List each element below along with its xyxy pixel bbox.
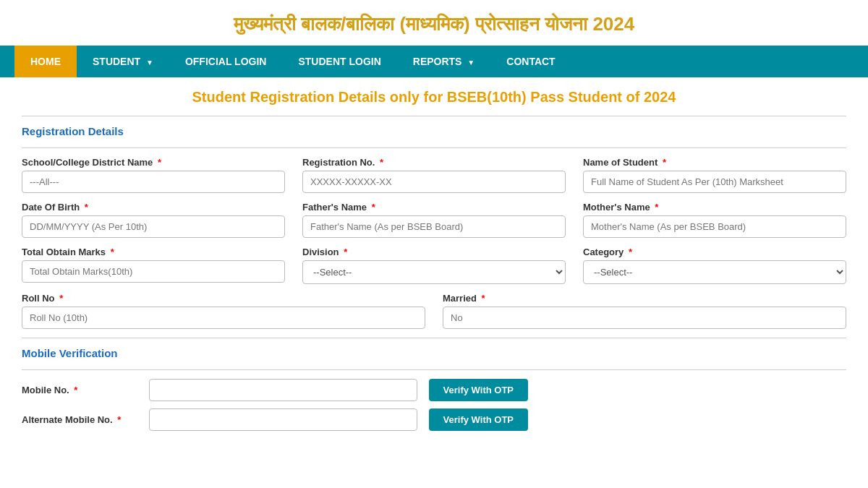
registration-no-group: Registration No. *	[302, 157, 566, 193]
division-group: Division * --Select--	[302, 247, 566, 284]
school-district-label: School/College District Name *	[22, 157, 285, 168]
mobile-no-label: Mobile No. *	[22, 385, 137, 395]
chevron-down-icon: ▼	[467, 59, 475, 67]
name-of-student-input[interactable]	[583, 171, 846, 193]
form-row-4: Roll No * Married *	[22, 293, 846, 329]
chevron-down-icon: ▼	[146, 59, 153, 67]
divider2	[22, 147, 846, 148]
fathers-name-group: Father's Name *	[302, 202, 566, 238]
married-input[interactable]	[443, 307, 846, 329]
form-row-1: School/College District Name * Registrat…	[22, 157, 846, 193]
required-star: *	[85, 202, 88, 213]
dob-input[interactable]	[22, 215, 285, 238]
mobile-no-row: Mobile No. * Verify With OTP	[22, 379, 528, 401]
roll-no-group: Roll No *	[22, 293, 425, 329]
alternate-mobile-row: Alternate Mobile No. * Verify With OTP	[22, 408, 528, 431]
nav-student[interactable]: STUDENT ▼	[77, 46, 169, 77]
nav-contact[interactable]: CONTACT	[490, 46, 571, 77]
registration-no-label: Registration No. *	[302, 157, 566, 168]
total-marks-input[interactable]	[22, 260, 285, 283]
mothers-name-group: Mother's Name *	[583, 202, 846, 238]
division-label: Division *	[302, 247, 566, 257]
alternate-mobile-label: Alternate Mobile No. *	[22, 414, 137, 425]
navbar: HOME STUDENT ▼ OFFICIAL LOGIN STUDENT LO…	[0, 46, 868, 77]
category-group: Category * --Select--	[583, 247, 846, 284]
total-marks-group: Total Obtain Marks *	[22, 247, 285, 284]
page-title: मुख्यमंत्री बालक/बालिका (माध्यमिक) प्रोत…	[0, 0, 868, 46]
division-select[interactable]: --Select--	[302, 260, 566, 284]
mobile-no-input[interactable]	[149, 379, 417, 401]
category-label: Category *	[583, 247, 846, 257]
alternate-mobile-input[interactable]	[149, 408, 417, 431]
required-star: *	[372, 202, 375, 213]
name-of-student-label: Name of Student *	[583, 157, 846, 168]
required-star: *	[655, 202, 658, 213]
divider	[22, 116, 846, 116]
divider4	[22, 369, 846, 370]
main-content: Student Registration Details only for BS…	[0, 77, 868, 442]
divider3	[22, 338, 846, 338]
required-star: *	[663, 157, 666, 168]
section-heading: Student Registration Details only for BS…	[22, 89, 846, 106]
required-star: *	[158, 157, 161, 168]
form-row-2: Date Of Birth * Father's Name * Mother's…	[22, 202, 846, 238]
required-star: *	[111, 247, 114, 257]
name-of-student-group: Name of Student *	[583, 157, 846, 193]
verify-otp-button-alternate[interactable]: Verify With OTP	[429, 408, 528, 431]
nav-student-login[interactable]: STUDENT LOGIN	[282, 46, 396, 77]
required-star: *	[117, 414, 121, 425]
verify-otp-button-mobile[interactable]: Verify With OTP	[429, 379, 528, 401]
nav-official-login[interactable]: OFFICIAL LOGIN	[169, 46, 283, 77]
mothers-name-input[interactable]	[583, 215, 846, 238]
category-select[interactable]: --Select--	[583, 260, 846, 284]
form-row-3: Total Obtain Marks * Division * --Select…	[22, 247, 846, 284]
registration-details-title: Registration Details	[22, 125, 846, 137]
dob-label: Date Of Birth *	[22, 202, 285, 213]
married-label: Married *	[443, 293, 846, 304]
required-star: *	[629, 247, 632, 257]
required-star: *	[482, 293, 485, 304]
roll-no-input[interactable]	[22, 307, 425, 329]
nav-home[interactable]: HOME	[14, 46, 77, 77]
roll-no-label: Roll No *	[22, 293, 425, 304]
dob-group: Date Of Birth *	[22, 202, 285, 238]
nav-reports[interactable]: REPORTS ▼	[397, 46, 490, 77]
required-star: *	[380, 157, 383, 168]
school-district-input[interactable]	[22, 171, 285, 193]
married-group: Married *	[443, 293, 846, 329]
required-star: *	[74, 385, 77, 395]
fathers-name-input[interactable]	[302, 215, 566, 238]
required-star: *	[344, 247, 347, 257]
mothers-name-label: Mother's Name *	[583, 202, 846, 213]
mobile-verification-title: Mobile Verification	[22, 347, 846, 359]
required-star: *	[59, 293, 63, 304]
total-marks-label: Total Obtain Marks *	[22, 247, 285, 257]
fathers-name-label: Father's Name *	[302, 202, 566, 213]
school-district-group: School/College District Name *	[22, 157, 285, 193]
registration-no-input[interactable]	[302, 171, 566, 193]
